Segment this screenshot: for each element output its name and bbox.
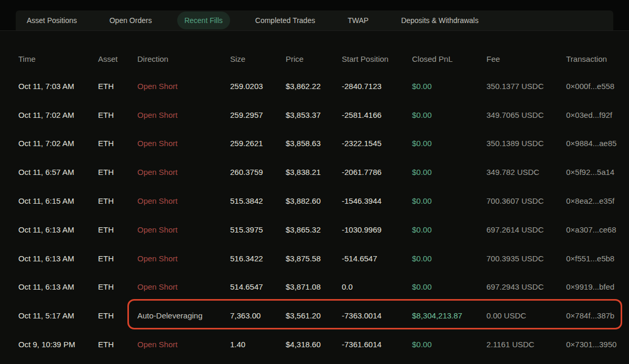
cell-fee: 700.3935 USDC — [486, 254, 566, 263]
cell-size: 259.2621 — [230, 139, 286, 148]
cell-fee: 700.3607 USDC — [486, 196, 566, 205]
cell-fee: 350.1377 USDC — [486, 82, 566, 91]
cell-price: $4,318.60 — [286, 340, 342, 349]
cell-fee: 697.2943 USDC — [486, 282, 566, 291]
cell-size: 515.3842 — [230, 196, 286, 205]
table-row: Oct 11, 6:15 AMETHOpen Short515.3842$3,8… — [18, 186, 621, 215]
cell-pnl: $0.00 — [412, 196, 486, 205]
cell-start: -7363.0014 — [342, 311, 412, 320]
cell-start: -1030.9969 — [342, 225, 412, 234]
column-header-price: Price — [286, 54, 342, 63]
table-row: Oct 11, 7:03 AMETHOpen Short259.0203$3,8… — [18, 72, 621, 101]
cell-pnl: $0.00 — [412, 282, 486, 291]
cell-fee: 350.1389 USDC — [486, 139, 566, 148]
cell-time: Oct 11, 6:13 AM — [18, 225, 98, 234]
cell-asset: ETH — [98, 282, 137, 291]
cell-fee: 2.1161 USDC — [486, 340, 566, 349]
cell-pnl: $0.00 — [412, 82, 486, 91]
cell-time: Oct 9, 10:39 PM — [18, 340, 98, 349]
cell-time: Oct 11, 7:02 AM — [18, 111, 98, 119]
cell-time: Oct 11, 7:02 AM — [18, 139, 98, 148]
cell-price: $3,871.08 — [286, 282, 342, 291]
cell-size: 516.3422 — [230, 254, 286, 263]
tab-completed-trades[interactable]: Completed Trades — [248, 12, 322, 29]
cell-time: Oct 11, 6:57 AM — [18, 168, 98, 177]
cell-size: 515.3975 — [230, 225, 286, 234]
cell-size: 514.6547 — [230, 282, 286, 291]
table-row: Oct 11, 6:13 AMETHOpen Short514.6547$3,8… — [18, 273, 621, 302]
cell-start: 0.0 — [342, 282, 412, 291]
cell-time: Oct 11, 5:17 AM — [18, 311, 98, 320]
cell-dir: Auto-Deleveraging — [137, 311, 230, 320]
cell-pnl: $0.00 — [412, 225, 486, 234]
cell-time: Oct 11, 6:15 AM — [18, 196, 98, 205]
table-row: Oct 11, 6:13 AMETHOpen Short516.3422$3,8… — [18, 244, 621, 273]
cell-pnl: $0.00 — [412, 340, 486, 349]
cell-tx[interactable]: 0×9884...ae85 — [566, 139, 621, 148]
recent-fills-table: TimeAssetDirectionSizePriceStart Positio… — [0, 31, 629, 359]
cell-tx[interactable]: 0×f551...e5b8 — [566, 254, 621, 263]
tab-bar: Asset PositionsOpen OrdersRecent FillsCo… — [16, 10, 613, 30]
cell-start: -2061.7786 — [342, 168, 412, 177]
cell-asset: ETH — [98, 254, 137, 263]
cell-pnl: $0.00 — [412, 254, 486, 263]
cell-tx[interactable]: 0×9919...bfed — [566, 282, 621, 291]
cell-pnl: $0.00 — [412, 111, 486, 119]
table-row: Oct 11, 6:57 AMETHOpen Short260.3759$3,8… — [18, 158, 621, 186]
table-body: Oct 11, 7:03 AMETHOpen Short259.0203$3,8… — [18, 72, 621, 359]
cell-fee: 349.782 USDC — [486, 168, 566, 177]
column-header-dir: Direction — [137, 54, 230, 63]
cell-dir: Open Short — [137, 168, 230, 177]
cell-dir: Open Short — [137, 340, 230, 349]
column-header-asset: Asset — [98, 54, 137, 63]
cell-tx[interactable]: 0×5f92...5a14 — [566, 168, 621, 177]
table-row: Oct 11, 7:02 AMETHOpen Short259.2957$3,8… — [18, 101, 621, 129]
column-header-start: Start Position — [342, 54, 412, 63]
tab-twap[interactable]: TWAP — [340, 12, 376, 29]
cell-tx[interactable]: 0×03ed...f92f — [566, 111, 621, 119]
cell-start: -2840.7123 — [342, 82, 412, 91]
cell-asset: ETH — [98, 82, 137, 91]
tab-recent-fills[interactable]: Recent Fills — [177, 12, 230, 29]
cell-dir: Open Short — [137, 196, 230, 205]
cell-fee: 697.2614 USDC — [486, 225, 566, 234]
table-row: Oct 11, 7:02 AMETHOpen Short259.2621$3,8… — [18, 129, 621, 158]
cell-start: -514.6547 — [342, 254, 412, 263]
cell-size: 259.0203 — [230, 82, 286, 91]
tab-asset-positions[interactable]: Asset Positions — [19, 12, 84, 29]
cell-price: $3,862.22 — [286, 82, 342, 91]
cell-size: 259.2957 — [230, 111, 286, 119]
cell-price: $3,865.32 — [286, 225, 342, 234]
cell-tx[interactable]: 0×7301...3950 — [566, 340, 621, 349]
cell-price: $3,882.60 — [286, 196, 342, 205]
cell-start: -7361.6014 — [342, 340, 412, 349]
tab-deposits-withdrawals[interactable]: Deposits & Withdrawals — [394, 12, 486, 29]
cell-fee: 349.7065 USDC — [486, 111, 566, 119]
cell-asset: ETH — [98, 225, 137, 234]
cell-tx[interactable]: 0×784f...387b — [566, 311, 621, 320]
cell-start: -2581.4166 — [342, 111, 412, 119]
cell-price: $3,853.37 — [286, 111, 342, 119]
cell-price: $3,838.21 — [286, 168, 342, 177]
cell-asset: ETH — [98, 168, 137, 177]
cell-time: Oct 11, 6:13 AM — [18, 254, 98, 263]
table-row: Oct 11, 6:13 AMETHOpen Short515.3975$3,8… — [18, 215, 621, 244]
cell-fee: 0.00 USDC — [486, 311, 566, 320]
cell-dir: Open Short — [137, 282, 230, 291]
tab-open-orders[interactable]: Open Orders — [102, 12, 159, 29]
cell-tx[interactable]: 0×8ea2...e35f — [566, 196, 621, 205]
cell-asset: ETH — [98, 196, 137, 205]
cell-size: 260.3759 — [230, 168, 286, 177]
cell-asset: ETH — [98, 340, 137, 349]
cell-dir: Open Short — [137, 225, 230, 234]
tab-bar-container: Asset PositionsOpen OrdersRecent FillsCo… — [0, 0, 629, 31]
cell-size: 1.40 — [230, 340, 286, 349]
cell-start: -2322.1545 — [342, 139, 412, 148]
table-row: Oct 9, 10:39 PMETHOpen Short1.40$4,318.6… — [18, 330, 621, 359]
cell-tx[interactable]: 0×000f...e558 — [566, 82, 621, 91]
cell-tx[interactable]: 0×a307...ce68 — [566, 225, 621, 234]
cell-price: $3,858.63 — [286, 139, 342, 148]
cell-price: $3,561.20 — [286, 311, 342, 320]
column-header-size: Size — [230, 54, 286, 63]
cell-pnl: $0.00 — [412, 139, 486, 148]
